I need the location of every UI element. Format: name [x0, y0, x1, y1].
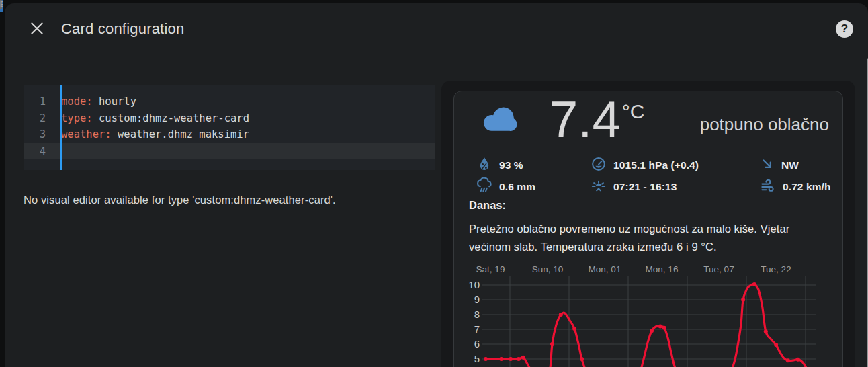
code-line: 3weather: weather.dhmz_maksimir	[24, 126, 435, 143]
close-button[interactable]	[28, 19, 46, 38]
svg-text:7: 7	[474, 323, 480, 335]
svg-text:5: 5	[474, 353, 480, 364]
weather-stat: 07:21 - 16:13	[590, 176, 759, 197]
stat-value: 93 %	[499, 159, 523, 171]
line-number: 2	[24, 110, 55, 127]
weather-stat: 0.72 km/h	[759, 176, 832, 197]
svg-text:9: 9	[474, 294, 480, 305]
temperature-unit: °C	[622, 100, 645, 123]
svg-text:Mon, 01: Mon, 01	[589, 264, 621, 274]
help-button[interactable]: ?	[836, 20, 853, 38]
stat-value: 07:21 - 16:13	[613, 181, 677, 193]
svg-text:10: 10	[468, 279, 480, 290]
svg-text:Sun, 10: Sun, 10	[532, 264, 564, 274]
weather-stats-grid: 93 %1015.1 hPa (+0.4)NW0.6 mm07:21 - 16:…	[476, 155, 832, 197]
background-ui-fragment: E	[0, 0, 3, 9]
help-icon: ?	[841, 22, 848, 35]
svg-text:8: 8	[474, 309, 480, 320]
svg-text:6: 6	[474, 338, 480, 350]
temperature-value: 7.4	[550, 93, 621, 147]
current-temperature: 7.4 °C	[550, 93, 644, 147]
svg-text:Sat, 19: Sat, 19	[476, 264, 505, 274]
wind-direction-icon	[759, 156, 775, 175]
precipitation-icon	[476, 177, 493, 197]
code-line: 4	[24, 143, 435, 160]
code-line: 1mode: hourly	[24, 93, 435, 110]
line-number: 1	[24, 93, 55, 110]
sun-times-icon	[590, 177, 607, 197]
weather-stat: 0.6 mm	[476, 176, 590, 197]
forecast-heading: Danas:	[469, 199, 506, 212]
dialog-title: Card configuration	[61, 20, 184, 38]
card-preview-container: 7.4 °C potpuno oblačno 93 %1015.1 hPa (+…	[441, 81, 855, 367]
weather-stat: 1015.1 hPa (+0.4)	[590, 155, 759, 175]
code-line: 2type: custom:dhmz-weather-card	[24, 110, 435, 127]
weather-card-preview: 7.4 °C potpuno oblačno 93 %1015.1 hPa (+…	[453, 91, 843, 367]
svg-text:Tue, 22: Tue, 22	[761, 264, 791, 274]
condition-text: potpuno oblačno	[700, 114, 829, 135]
temperature-forecast-chart: 10987654Sat, 19Sun, 10Mon, 01Mon, 16Tue,…	[466, 261, 842, 367]
wind-speed-icon	[759, 177, 777, 197]
weather-stat: NW	[759, 155, 832, 175]
editor-caret	[60, 85, 62, 170]
card-configuration-dialog: Card configuration ? 1mode: hourly2type:…	[5, 3, 868, 367]
svg-text:Tue, 07: Tue, 07	[703, 264, 734, 274]
yaml-code-editor[interactable]: 1mode: hourly2type: custom:dhmz-weather-…	[24, 85, 435, 170]
weather-stat: 93 %	[476, 155, 590, 175]
humidity-icon	[476, 155, 493, 175]
close-icon	[28, 29, 46, 39]
pressure-gauge-icon	[590, 155, 607, 175]
stat-value: 1015.1 hPa (+0.4)	[613, 159, 699, 171]
svg-text:Mon, 16: Mon, 16	[646, 264, 679, 274]
stat-value: 0.6 mm	[499, 181, 535, 193]
forecast-text: Pretežno oblačno povremeno uz mogućnost …	[469, 220, 833, 256]
cloudy-icon	[477, 102, 519, 140]
stat-value: NW	[781, 159, 799, 171]
no-visual-editor-message: No visual editor available for type 'cus…	[24, 194, 432, 206]
line-number: 4	[24, 143, 55, 160]
line-number: 3	[24, 126, 55, 143]
stat-value: 0.72 km/h	[783, 181, 831, 193]
